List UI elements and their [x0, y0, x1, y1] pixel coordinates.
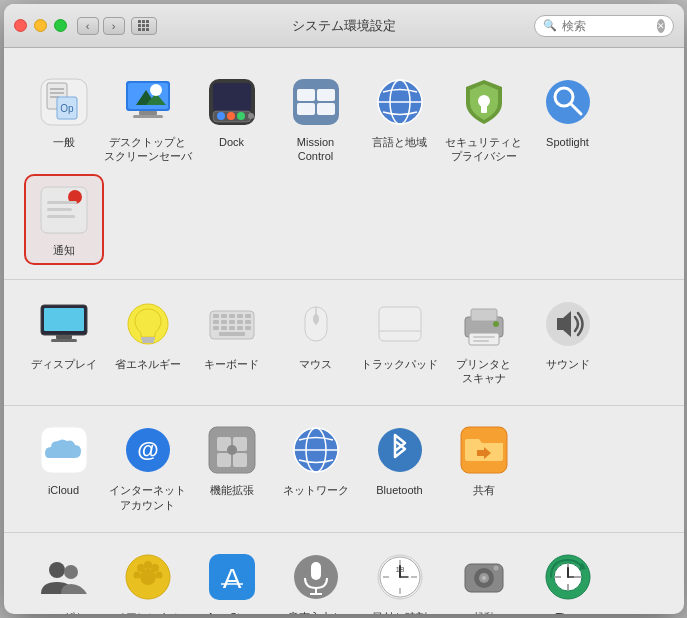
display-label: ディスプレイ [31, 357, 97, 371]
general-icon: Op [36, 74, 92, 130]
sharing-label: 共有 [473, 483, 495, 497]
svg-rect-63 [219, 332, 245, 336]
svg-point-99 [151, 564, 159, 572]
pref-language[interactable]: 言語と地域 [360, 68, 440, 170]
pref-notification[interactable]: 通知 [24, 174, 104, 265]
pref-parental[interactable]: ペアレンタルコントロール [108, 543, 188, 614]
svg-rect-83 [217, 453, 231, 467]
svg-rect-59 [221, 326, 227, 330]
section-personal: Op 一般 [4, 58, 684, 280]
svg-rect-24 [297, 103, 315, 115]
titlebar: ‹ › システム環境設定 🔍 ✕ [4, 4, 684, 48]
svg-rect-67 [379, 307, 421, 341]
svg-rect-51 [237, 314, 243, 318]
search-clear-button[interactable]: ✕ [657, 19, 665, 33]
pref-dictation[interactable]: 音声入力と読み上げ [276, 543, 356, 614]
pref-mission[interactable]: MissionControl [276, 68, 356, 170]
traffic-lights [14, 19, 67, 32]
internet-icon: @ [120, 422, 176, 478]
forward-button[interactable]: › [103, 17, 125, 35]
svg-rect-45 [141, 337, 155, 340]
svg-rect-106 [311, 562, 321, 580]
svg-rect-25 [317, 103, 335, 115]
search-box[interactable]: 🔍 ✕ [534, 15, 674, 37]
pref-security[interactable]: セキュリティとプライバシー [444, 68, 524, 170]
appstore-icon: A [204, 549, 260, 605]
keyboard-label: キーボード [204, 357, 259, 371]
sound-label: サウンド [546, 357, 590, 371]
content-area: Op 一般 [4, 48, 684, 614]
dock-label: Dock [219, 135, 244, 149]
svg-rect-57 [245, 320, 251, 324]
section-system: ユーザとグループ [4, 533, 684, 614]
close-button[interactable] [14, 19, 27, 32]
pref-datetime[interactable]: 18 日付と時刻 [360, 543, 440, 614]
pref-sharing[interactable]: 共有 [444, 416, 524, 518]
search-input[interactable] [562, 19, 652, 33]
svg-point-94 [64, 565, 78, 579]
icloud-label: iCloud [48, 483, 79, 497]
display-icon [36, 296, 92, 352]
svg-point-20 [248, 113, 254, 119]
pref-startup[interactable]: 起動ディスク [444, 543, 524, 614]
svg-rect-58 [213, 326, 219, 330]
svg-point-90 [378, 428, 422, 472]
svg-point-93 [49, 562, 65, 578]
pref-mouse[interactable]: マウス [276, 290, 356, 392]
minimize-button[interactable] [34, 19, 47, 32]
back-button[interactable]: ‹ [77, 17, 99, 35]
pref-network[interactable]: ネットワーク [276, 416, 356, 518]
pref-appstore[interactable]: A App Store [192, 543, 272, 614]
mouse-label: マウス [299, 357, 332, 371]
pref-printer[interactable]: プリンタとスキャナ [444, 290, 524, 392]
icons-grid-3: iCloud @ インターネットアカウント [24, 416, 664, 518]
mission-icon [288, 74, 344, 130]
svg-rect-52 [245, 314, 251, 318]
svg-text:Op: Op [60, 103, 74, 114]
pref-desktop[interactable]: デスクトップとスクリーンセーバ [108, 68, 188, 170]
svg-point-19 [237, 112, 245, 120]
pref-internet[interactable]: @ インターネットアカウント [108, 416, 188, 518]
network-icon [288, 422, 344, 478]
pref-keyboard[interactable]: キーボード [192, 290, 272, 392]
svg-point-74 [493, 321, 499, 327]
keyboard-icon [204, 296, 260, 352]
pref-general[interactable]: Op 一般 [24, 68, 104, 170]
spotlight-icon [540, 74, 596, 130]
pref-energy[interactable]: 省エネルギー [108, 290, 188, 392]
pref-spotlight[interactable]: Spotlight [528, 68, 608, 170]
svg-rect-15 [213, 83, 251, 111]
dictation-label: 音声入力と読み上げ [288, 610, 343, 614]
grid-button[interactable] [131, 17, 157, 35]
desktop-label: デスクトップとスクリーンセーバ [104, 135, 192, 164]
pref-users[interactable]: ユーザとグループ [24, 543, 104, 614]
pref-icloud[interactable]: iCloud [24, 416, 104, 518]
users-label: ユーザとグループ [42, 610, 86, 614]
svg-point-32 [546, 80, 590, 124]
svg-point-66 [313, 314, 319, 324]
section-internet: iCloud @ インターネットアカウント [4, 406, 684, 533]
svg-rect-84 [233, 453, 247, 467]
svg-rect-56 [237, 320, 243, 324]
svg-rect-39 [47, 215, 75, 218]
window-title: システム環境設定 [292, 17, 396, 35]
pref-display[interactable]: ディスプレイ [24, 290, 104, 392]
pref-extensions[interactable]: 機能拡張 [192, 416, 272, 518]
printer-icon [456, 296, 512, 352]
svg-point-100 [133, 572, 140, 579]
maximize-button[interactable] [54, 19, 67, 32]
pref-dock[interactable]: Dock [192, 68, 272, 170]
users-icon [36, 549, 92, 605]
parental-label: ペアレンタルコントロール [115, 610, 181, 614]
trackpad-icon [372, 296, 428, 352]
pref-timemachine[interactable]: TimeMachine [528, 543, 608, 614]
svg-rect-53 [213, 320, 219, 324]
pref-sound[interactable]: サウンド [528, 290, 608, 392]
pref-bluetooth[interactable]: Bluetooth [360, 416, 440, 518]
icons-grid-1: Op 一般 [24, 68, 664, 265]
pref-trackpad[interactable]: トラックパッド [360, 290, 440, 392]
general-label: 一般 [53, 135, 75, 149]
svg-rect-22 [297, 89, 315, 101]
svg-rect-46 [142, 340, 154, 343]
energy-icon [120, 296, 176, 352]
